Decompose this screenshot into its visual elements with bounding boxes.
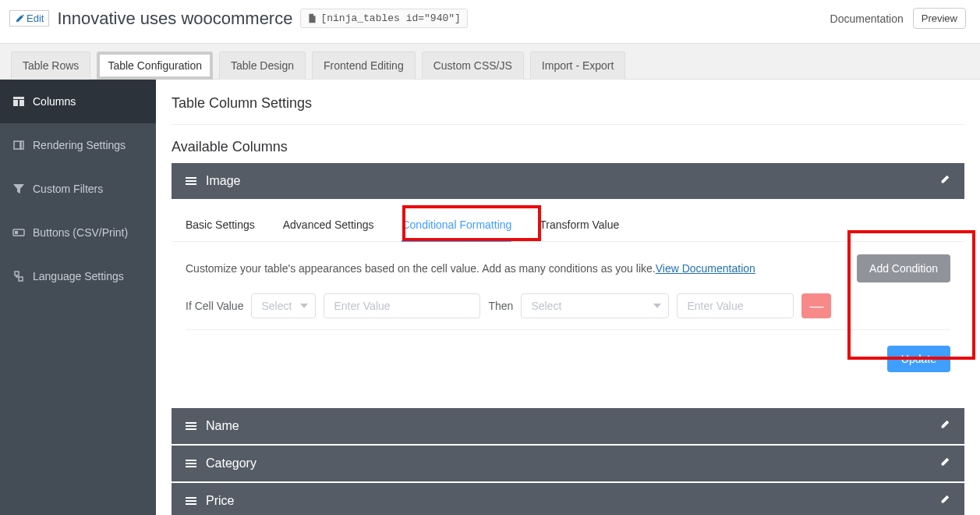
sidebar-item-label: Rendering Settings (33, 139, 126, 151)
drag-handle-icon[interactable] (186, 422, 196, 430)
edit-label: Edit (27, 12, 44, 24)
edit-column-icon[interactable] (939, 494, 950, 508)
shortcode-text: [ninja_tables id="940"] (320, 12, 460, 24)
view-documentation-link[interactable]: View Documentation (656, 262, 755, 275)
svg-rect-1 (15, 231, 18, 234)
column-header-price[interactable]: Price (172, 483, 964, 515)
inner-tab-basic[interactable]: Basic Settings (186, 218, 255, 241)
column-header-name[interactable]: Name (172, 408, 964, 444)
documentation-link[interactable]: Documentation (830, 12, 904, 25)
edit-column-icon[interactable] (939, 419, 950, 433)
buttons-icon (12, 226, 25, 239)
page-title: Innovative uses woocommerce (57, 9, 292, 29)
available-columns-title: Available Columns (172, 139, 964, 155)
sidebar-item-language[interactable]: Language Settings (0, 254, 156, 298)
preview-button[interactable]: Preview (913, 8, 966, 29)
column-header-category[interactable]: Category (172, 446, 964, 481)
filter-icon (12, 183, 25, 195)
sidebar: Columns Rendering Settings Custom Filter… (0, 80, 156, 515)
sidebar-item-buttons[interactable]: Buttons (CSV/Print) (0, 211, 156, 254)
tabs-bar: Table Rows Table Configuration Table Des… (0, 43, 980, 80)
main-area: Table Column Settings Available Columns … (156, 80, 980, 515)
top-right-actions: Documentation Preview (830, 8, 966, 29)
conditional-section: Customize your table's appearances based… (172, 242, 964, 335)
edit-column-icon[interactable] (939, 174, 950, 188)
description-text: Customize your table's appearances based… (186, 262, 656, 275)
column-label: Category (206, 456, 930, 471)
tab-table-rows[interactable]: Table Rows (11, 52, 90, 80)
if-cell-value-label: If Cell Value (186, 300, 243, 312)
drag-handle-icon[interactable] (186, 177, 196, 185)
inner-tabs: Basic Settings Advanced Settings Conditi… (172, 218, 964, 242)
file-icon (307, 13, 317, 23)
drag-handle-icon[interactable] (186, 460, 196, 467)
inner-tab-advanced[interactable]: Advanced Settings (283, 218, 374, 241)
action-select[interactable]: Select (521, 293, 669, 318)
column-header-image[interactable]: Image (172, 163, 964, 199)
inner-tab-transform[interactable]: Transform Value (540, 218, 619, 241)
tab-import-export[interactable]: Import - Export (530, 52, 626, 80)
remove-condition-button[interactable]: — (801, 293, 831, 318)
sidebar-item-label: Columns (33, 95, 76, 108)
edit-link[interactable]: Edit (9, 10, 49, 27)
top-header: Edit Innovative uses woocommerce [ninja_… (0, 0, 980, 43)
tab-frontend-editing[interactable]: Frontend Editing (312, 52, 416, 80)
description-line: Customize your table's appearances based… (186, 254, 950, 282)
compare-value-input[interactable] (324, 293, 480, 318)
tab-table-design[interactable]: Table Design (219, 52, 306, 80)
result-value-input[interactable] (677, 293, 794, 318)
sidebar-item-filters[interactable]: Custom Filters (0, 167, 156, 211)
rendering-icon (12, 139, 25, 151)
column-label: Price (206, 494, 930, 508)
update-row: Update (172, 346, 964, 372)
sidebar-item-label: Language Settings (33, 270, 124, 282)
tab-custom-css-js[interactable]: Custom CSS/JS (422, 52, 524, 80)
add-condition-button[interactable]: Add Condition (857, 254, 950, 282)
column-label: Image (206, 174, 930, 188)
edit-column-icon[interactable] (939, 456, 950, 471)
sidebar-item-label: Buttons (CSV/Print) (33, 226, 128, 239)
update-button[interactable]: Update (887, 346, 950, 372)
section-title: Table Column Settings (172, 95, 964, 112)
shortcode-box[interactable]: [ninja_tables id="940"] (300, 9, 467, 28)
language-icon (12, 270, 25, 282)
column-panel-body: Basic Settings Advanced Settings Conditi… (172, 199, 964, 386)
drag-handle-icon[interactable] (186, 497, 196, 505)
columns-list: Name Category Price (172, 408, 964, 515)
columns-icon (12, 95, 25, 108)
minus-icon: — (809, 298, 823, 314)
inner-tab-conditional[interactable]: Conditional Formatting (402, 218, 511, 242)
sidebar-item-rendering[interactable]: Rendering Settings (0, 123, 156, 167)
sidebar-item-label: Custom Filters (33, 183, 103, 195)
then-label: Then (488, 300, 513, 312)
pencil-icon (15, 14, 24, 23)
column-label: Name (206, 419, 930, 433)
sidebar-item-columns[interactable]: Columns (0, 80, 156, 123)
operator-select[interactable]: Select (251, 293, 316, 318)
condition-form-row: If Cell Value Select Then Select — (186, 293, 950, 330)
tab-table-configuration[interactable]: Table Configuration (97, 52, 213, 80)
